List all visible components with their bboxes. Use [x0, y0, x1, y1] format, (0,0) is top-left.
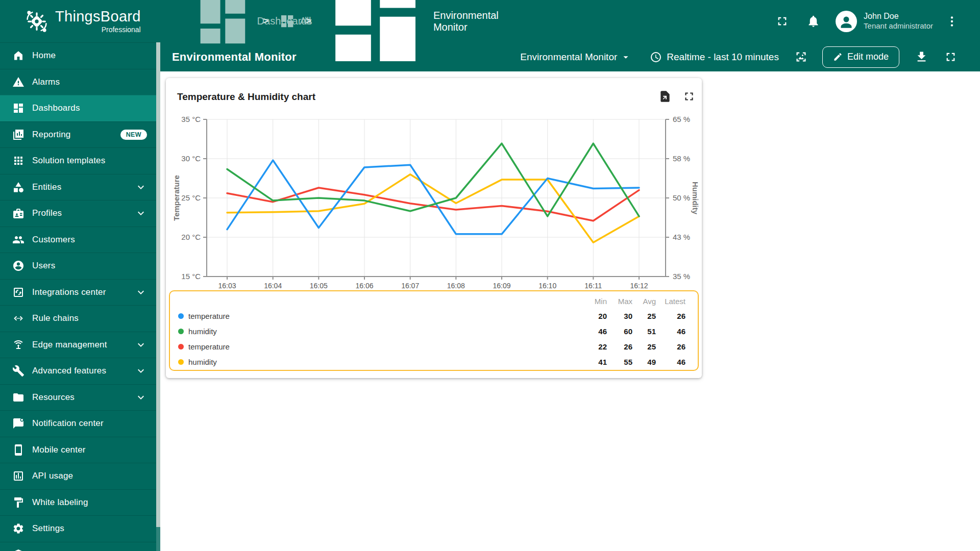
sidebar-item-security[interactable]: Security — [0, 542, 156, 551]
sidebar-item-label: Notification center — [32, 418, 104, 429]
widget-title: Temperature & Humidity chart — [177, 91, 315, 103]
sidebar-item-label: Reporting — [32, 130, 71, 140]
breadcrumb-separator: > — [260, 16, 273, 27]
toolbar-fullscreen-icon[interactable] — [944, 50, 958, 64]
chevron-down-icon — [135, 549, 147, 551]
legend-series-label: humidity — [188, 358, 217, 366]
svg-text:25 °C: 25 °C — [181, 193, 201, 202]
chevron-down-icon — [135, 207, 147, 219]
more-menu-icon[interactable] — [945, 15, 959, 28]
svg-text:16:12: 16:12 — [630, 282, 648, 290]
alarms-icon — [12, 76, 24, 88]
sidebar-item-rule-chains[interactable]: Rule chains — [0, 305, 156, 332]
sidebar-item-label: Integrations center — [32, 287, 106, 297]
notifications-bell-icon[interactable] — [806, 14, 820, 28]
clock-icon — [650, 51, 662, 63]
breadcrumb-item-all[interactable]: All — [279, 13, 295, 29]
new-badge: NEW — [120, 130, 147, 140]
legend-column-avg: Avg — [632, 297, 656, 306]
download-icon[interactable] — [915, 50, 928, 64]
dashboards-icon — [193, 0, 253, 51]
legend-min-value: 20 — [580, 312, 607, 320]
sidebar-item-users[interactable]: Users — [0, 253, 156, 279]
brand-name: ThingsBoard — [55, 9, 141, 24]
sidebar-item-white-labeling[interactable]: White labeling — [0, 489, 156, 516]
series-color-dot — [178, 359, 184, 365]
timewindow-button[interactable]: Realtime - last 10 minutes — [650, 51, 779, 63]
dashboard-state-select[interactable]: Environmental Monitor — [520, 52, 631, 63]
svg-text:16:06: 16:06 — [355, 282, 373, 290]
user-info[interactable]: John Doe Tenant administrator — [864, 11, 933, 31]
sidebar-item-mobile-center[interactable]: Mobile center — [0, 437, 156, 463]
svg-text:35 °C: 35 °C — [181, 115, 201, 123]
sidebar-item-profiles[interactable]: Profiles — [0, 200, 156, 227]
sidebar-scrollbar-thumb[interactable] — [156, 42, 160, 527]
sidebar-item-integrations-center[interactable]: Integrations center — [0, 279, 156, 306]
legend-avg-value: 25 — [632, 342, 656, 351]
sidebar-item-resources[interactable]: Resources — [0, 384, 156, 411]
top-header: ThingsBoard Professional Dashboards>All>… — [0, 0, 980, 42]
sidebar-scrollbar[interactable] — [156, 42, 160, 551]
user-icon — [838, 13, 855, 30]
resources-icon — [12, 391, 24, 404]
avatar[interactable] — [836, 11, 857, 32]
legend-min-value: 41 — [580, 358, 607, 366]
legend-series-toggle[interactable]: temperature — [178, 342, 580, 351]
legend-series-toggle[interactable]: temperature — [178, 312, 580, 320]
svg-text:Humidity: Humidity — [691, 182, 700, 215]
sidebar-item-dashboards[interactable]: Dashboards — [0, 95, 156, 121]
breadcrumb-item-dashboards[interactable]: Dashboards — [193, 0, 253, 51]
breadcrumb-item-environmental-monitor[interactable]: Environmental Monitor — [322, 0, 429, 74]
state-select-value: Environmental Monitor — [520, 52, 617, 63]
sidebar-item-api-usage[interactable]: API usage — [0, 463, 156, 489]
sidebar-item-label: Settings — [32, 523, 64, 534]
sidebar-item-label: Mobile center — [32, 445, 86, 455]
legend-column-latest: Latest — [656, 297, 685, 306]
widget-fullscreen-icon[interactable] — [682, 90, 696, 103]
sidebar-item-edge-management[interactable]: Edge management — [0, 332, 156, 358]
dashboards-icon — [12, 102, 24, 114]
profiles-icon — [12, 207, 24, 219]
sidebar-item-label: Customers — [32, 235, 75, 245]
sidebar-item-alarms[interactable]: Alarms — [0, 69, 156, 95]
customers-icon — [12, 234, 24, 246]
timewindow-label: Realtime - last 10 minutes — [667, 52, 779, 63]
svg-text:65 %: 65 % — [673, 115, 690, 123]
sidebar-item-reporting[interactable]: ReportingNEW — [0, 121, 156, 148]
legend-row-temperature-0: temperature20302526 — [170, 308, 698, 323]
sidebar-item-settings[interactable]: Settings — [0, 515, 156, 542]
timeseries-widget: Temperature & Humidity chart 35 °C30 °C2… — [166, 78, 702, 378]
legend-series-toggle[interactable]: humidity — [178, 327, 580, 336]
sidebar-item-advanced-features[interactable]: Advanced features — [0, 358, 156, 384]
dashboards-icon — [279, 13, 295, 29]
rule-chains-icon — [12, 312, 24, 324]
edit-mode-label: Edit mode — [847, 52, 889, 62]
legend-min-value: 46 — [580, 327, 607, 336]
legend-latest-value: 46 — [656, 327, 685, 336]
edit-mode-button[interactable]: Edit mode — [822, 46, 899, 68]
legend-series-toggle[interactable]: humidity — [178, 358, 580, 366]
chart-legend: MinMaxAvgLatesttemperature20302526humidi… — [169, 290, 699, 371]
svg-text:16:08: 16:08 — [447, 282, 465, 290]
chevron-down-icon — [135, 365, 147, 377]
dashboard-image-icon[interactable] — [794, 50, 808, 64]
chevron-down-icon — [135, 286, 147, 298]
svg-text:43 %: 43 % — [673, 233, 690, 241]
sidebar-item-home[interactable]: Home — [0, 42, 156, 69]
sidebar-item-entities[interactable]: Entities — [0, 174, 156, 201]
fullscreen-icon[interactable] — [775, 14, 789, 28]
home-icon — [12, 49, 24, 62]
widget-export-icon[interactable] — [658, 90, 672, 103]
breadcrumb: Dashboards>All>Environmental Monitor — [193, 0, 429, 74]
svg-text:16:04: 16:04 — [264, 282, 282, 290]
sidebar-item-label: Resources — [32, 392, 75, 403]
breadcrumb-separator: > — [302, 16, 315, 27]
legend-max-value: 60 — [607, 327, 632, 336]
thingsboard-logo[interactable]: ThingsBoard Professional — [0, 8, 141, 35]
sidebar-item-customers[interactable]: Customers — [0, 227, 156, 253]
series-line-humidity-1[interactable] — [227, 143, 639, 216]
sidebar-item-solution-templates[interactable]: Solution templates — [0, 147, 156, 174]
thingsboard-bug-icon — [23, 8, 50, 35]
sidebar-item-label: Home — [32, 51, 56, 61]
sidebar-item-notification-center[interactable]: Notification center — [0, 410, 156, 437]
